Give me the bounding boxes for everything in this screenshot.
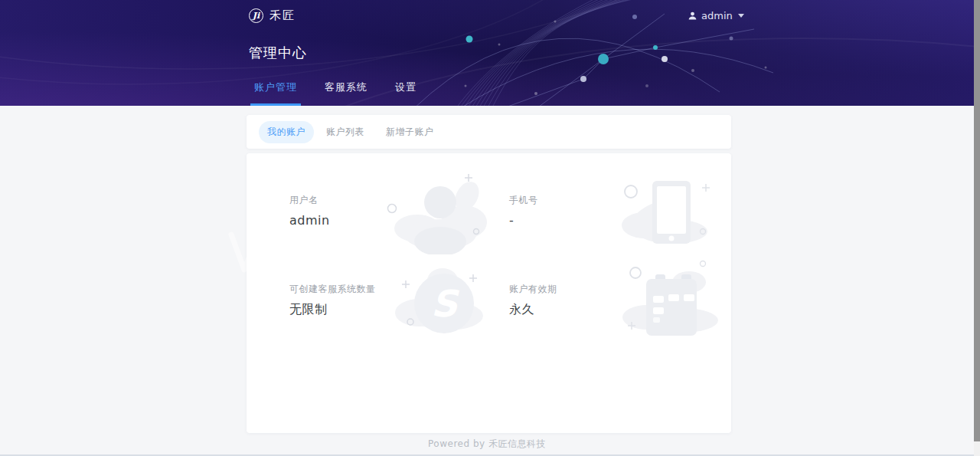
- header-wave-decoration: [0, 0, 974, 106]
- subtab-card: 我的账户 账户列表 新增子账户: [247, 115, 731, 149]
- primary-tabs: 账户管理 客服系统 设置: [250, 80, 420, 106]
- info-service-quota: 可创建客服系统数量 无限制: [289, 283, 376, 318]
- tab-customer-service[interactable]: 客服系统: [321, 80, 371, 106]
- info-phone: 手机号 -: [509, 194, 538, 228]
- logo-monogram: Ji: [253, 11, 260, 21]
- info-value: 永久: [509, 302, 557, 318]
- subtab-add-subaccount[interactable]: 新增子账户: [386, 126, 434, 139]
- info-value: admin: [289, 213, 330, 228]
- account-info-card: 用户名 admin 手机号 -: [247, 153, 731, 433]
- tab-settings[interactable]: 设置: [391, 80, 420, 106]
- info-validity: 账户有效期 永久: [509, 283, 557, 318]
- vertical-scrollbar[interactable]: [974, 0, 980, 456]
- page: Ji 禾匠 管理中心 admin 账户管理 客服系统 设置 我的账户 账户列表 …: [0, 0, 980, 456]
- phone-illustration-icon: [612, 170, 727, 254]
- info-username: 用户名 admin: [289, 194, 330, 228]
- svg-text:S: S: [431, 282, 460, 325]
- user-name: admin: [701, 10, 733, 21]
- info-value: 无限制: [289, 302, 376, 318]
- caret-down-icon: [738, 14, 744, 18]
- subtab-account-list[interactable]: 账户列表: [326, 126, 364, 139]
- info-label: 用户名: [289, 194, 330, 207]
- person-illustration-icon: [383, 170, 498, 254]
- scrollbar-thumb[interactable]: [974, 0, 980, 441]
- brand-name: 禾匠: [270, 8, 296, 23]
- calendar-illustration-icon: [612, 259, 727, 343]
- tab-account-management[interactable]: 账户管理: [250, 80, 301, 106]
- subtab-my-account[interactable]: 我的账户: [259, 121, 314, 143]
- footer-text: Powered by 禾匠信息科技: [0, 438, 974, 451]
- header: Ji 禾匠 管理中心 admin 账户管理 客服系统 设置: [0, 0, 974, 106]
- info-label: 账户有效期: [509, 283, 557, 296]
- page-title: 管理中心: [249, 44, 307, 62]
- info-value: -: [509, 213, 538, 228]
- user-icon: [688, 11, 697, 21]
- info-label: 可创建客服系统数量: [289, 283, 376, 296]
- service-s-illustration-icon: S: [383, 259, 498, 343]
- logo-icon: Ji: [249, 8, 263, 23]
- user-menu[interactable]: admin: [688, 10, 744, 21]
- logo: Ji 禾匠: [249, 8, 296, 23]
- info-label: 手机号: [509, 194, 538, 207]
